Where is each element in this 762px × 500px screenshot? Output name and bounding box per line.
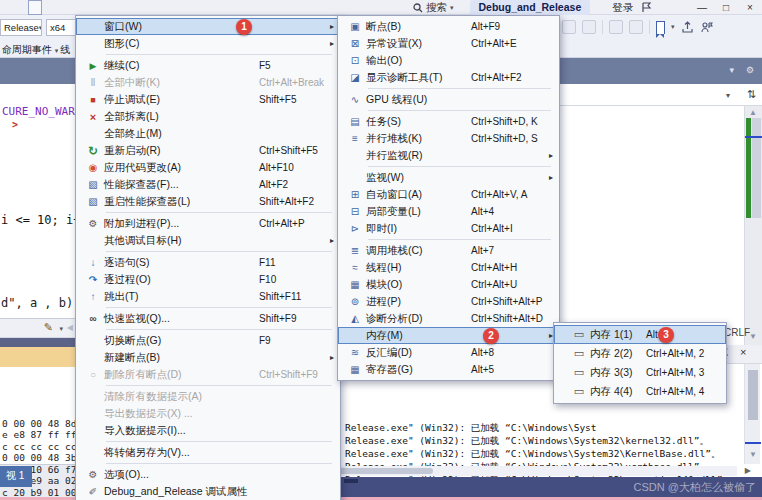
scroll-left-icon[interactable]: ◀ [67, 323, 73, 332]
menu-item[interactable]: ⊳ 即时(I) Ctrl+Alt+I [338, 220, 559, 237]
menu-item[interactable]: ◉ 应用代码更改(A) Alt+F10 [76, 159, 340, 176]
menu-item[interactable]: ‖ 全部中断(K) Ctrl+Alt+Break [76, 74, 340, 91]
menu-item[interactable]: ≡ 并行堆栈(K) Ctrl+Shift+D, S [338, 130, 559, 147]
menu-item[interactable]: ■ 停止调试(E) Shift+F5 [76, 91, 340, 108]
search-control[interactable]: 搜索 ▾ [413, 1, 454, 15]
menubar-item[interactable] [0, 0, 14, 15]
menubar-item[interactable] [28, 0, 42, 15]
edit-pen-icon[interactable]: ✎ [44, 321, 53, 334]
configuration-dropdown[interactable]: Release▾ [0, 19, 42, 36]
scroll-down-icon[interactable]: ▼ [749, 332, 757, 341]
scrollbar-thumb[interactable] [752, 118, 761, 218]
menu-item[interactable]: ▤ 任务(S) Ctrl+Shift+D, K [338, 113, 559, 130]
menu-item[interactable]: ⚙ 附加到进程(P)... Ctrl+Alt+P [76, 215, 340, 232]
menu-item[interactable]: 导出数据提示(X) ... [76, 405, 340, 422]
split-window-icon[interactable]: ⇅ [747, 88, 756, 101]
feedback-icon[interactable] [641, 2, 652, 13]
chevron-down-icon[interactable]: ▾ [726, 91, 730, 100]
menu-item[interactable]: ⊡ 输出(O) [338, 52, 559, 69]
menu-item[interactable]: ▭ 内存 1(1) Alt+6 3 [554, 325, 726, 344]
menu-item[interactable]: ▭ 内存 4(4) Ctrl+Alt+M, 4 [554, 382, 726, 401]
gear-icon[interactable]: ⚙ [746, 65, 754, 75]
share-icon[interactable] [681, 21, 694, 34]
menu-item[interactable]: ⊟ 局部变量(L) Alt+4 [338, 203, 559, 220]
menu-item[interactable]: ≋ 反汇编(D) Alt+8 [338, 344, 559, 361]
menu-item[interactable]: ▭ 内存 2(2) Ctrl+Alt+M, 2 [554, 344, 726, 363]
chevron-down-icon[interactable]: ▾ [59, 325, 63, 333]
menu-item[interactable]: ≣ 调用堆栈(C) Alt+7 [338, 242, 559, 259]
editor-vertical-scrollbar[interactable]: ▲ ▼ [744, 106, 762, 345]
menu-item[interactable]: ↓ 逐语句(S) F11 [76, 254, 340, 271]
menu-item[interactable]: 将转储另存为(V)... [76, 444, 340, 461]
menubar-item[interactable] [112, 0, 126, 15]
close-icon[interactable]: × [740, 346, 746, 358]
menu-item[interactable]: ⊠ 异常设置(X) Ctrl+Alt+E [338, 35, 559, 52]
scroll-right-icon[interactable]: ▶ [745, 466, 751, 475]
menu-item[interactable]: 切换断点(G) F9 [76, 332, 340, 349]
menu-item[interactable]: ⊚ 进程(P) Ctrl+Shift+Alt+P [338, 293, 559, 310]
menu-item[interactable]: ≈ 线程(H) Ctrl+Alt+H [338, 259, 559, 276]
menu-item[interactable]: ⊞ 自动窗口(A) Ctrl+Alt+V, A [338, 186, 559, 203]
menu-item[interactable]: ∿ GPU 线程(U) [338, 91, 559, 108]
bookmark-icon[interactable] [656, 21, 665, 34]
output-vertical-scrollbar[interactable]: ▼ [744, 364, 760, 464]
menu-item[interactable]: 监视(W) ▸ [338, 169, 559, 186]
menu-item[interactable]: ▣ 断点(B) Alt+F9 [338, 18, 559, 35]
menu-item[interactable]: ⚙ 选项(O)... [76, 466, 340, 483]
change-tracking-strip [746, 118, 751, 218]
menubar-item[interactable] [14, 0, 28, 15]
restart-icon: ↻ [82, 144, 104, 158]
menu-item[interactable]: ◪ 显示诊断工具(T) Ctrl+Alt+F2 [338, 69, 559, 86]
close-button[interactable]: × [738, 0, 762, 15]
comment-icon[interactable] [609, 20, 623, 34]
navigate-forward-icon[interactable] [582, 20, 596, 34]
lifecycle-events-dropdown[interactable]: 命周期事件 ▾ 线 [2, 43, 70, 57]
chevron-down-icon[interactable]: ▾ [671, 23, 675, 31]
menu-item[interactable]: ✐ Debug_and_Release 调试属性 [76, 483, 340, 500]
menu-item[interactable]: ▦ 寄存器(G) Alt+5 [338, 361, 559, 378]
menu-item[interactable]: ▭ 内存 3(3) Ctrl+Alt+M, 3 [554, 363, 726, 382]
menu-item[interactable]: × 全部拆离(L) [76, 108, 340, 125]
menu-item[interactable]: 全部终止(M) [76, 125, 340, 142]
uncomment-icon[interactable] [629, 20, 643, 34]
menubar-item[interactable] [42, 0, 56, 15]
scroll-down-icon[interactable]: ▼ [749, 450, 757, 459]
menubar-item[interactable] [98, 0, 112, 15]
menu-item[interactable]: ▧ 性能探查器(F)... Alt+F2 [76, 176, 340, 193]
menu-item-label: 停止调试(E) [104, 93, 160, 107]
scroll-up-icon[interactable]: ▲ [749, 108, 757, 117]
sign-in-link[interactable]: 登录 [612, 1, 633, 15]
menu-item[interactable]: 内存(M) ▸ 2 [338, 327, 559, 344]
scrollbar-thumb[interactable] [748, 370, 758, 420]
menu-item[interactable]: ▶ 继续(C) F5 [76, 57, 340, 74]
chevron-down-icon[interactable]: ▾ [729, 65, 734, 75]
menu-item[interactable]: ○ 删除所有断点(D) Ctrl+Shift+F9 [76, 366, 340, 383]
minimize-button[interactable]: — [690, 0, 714, 15]
menu-item[interactable]: 导入数据提示(I)... [76, 422, 340, 439]
menu-item[interactable]: ↻ 重新启动(R) Ctrl+Shift+F5 [76, 142, 340, 159]
menubar-item[interactable] [70, 0, 84, 15]
menu-item[interactable]: ↷ 逐过程(O) F10 [76, 271, 340, 288]
menubar-item[interactable] [56, 0, 70, 15]
memory-chip-icon: ▭ [568, 366, 590, 379]
menu-item[interactable]: ▧ 重启性能探查器(L) Shift+Alt+F2 [76, 193, 340, 210]
menu-item[interactable]: ↑ 跳出(T) Shift+F11 [76, 288, 340, 305]
watch-tab[interactable]: 视 1 [0, 466, 32, 487]
panel-tab[interactable] [344, 479, 358, 483]
menu-item[interactable]: 新建断点(B) ▸ [76, 349, 340, 366]
menu-item[interactable]: 其他调试目标(H) ▸ [76, 232, 340, 249]
menu-item[interactable]: 并行监视(R) ▸ [338, 147, 559, 164]
menu-item[interactable]: 清除所有数据提示(A) [76, 388, 340, 405]
menu-item-shortcut: Shift+F5 [259, 94, 297, 105]
menu-item[interactable]: ∞ 快速监视(Q)... Shift+F9 [76, 310, 340, 327]
menubar-item[interactable] [84, 0, 98, 15]
maximize-button[interactable]: □ [714, 0, 738, 15]
line-ending-indicator[interactable]: CRLF [724, 327, 750, 338]
menu-item[interactable]: ◭ 诊断分析(D) Ctrl+Shift+Alt+D [338, 310, 559, 327]
menu-item[interactable]: 窗口(W) ▸ 1 [76, 18, 340, 35]
memory-hex-view[interactable]: 0 00 00 48 8de e8 87 ff ffc cc cc cc cc0… [0, 383, 75, 464]
navigate-back-icon[interactable] [562, 20, 576, 34]
menu-item[interactable]: ▦ 模块(O) Ctrl+Alt+U [338, 276, 559, 293]
menu-item[interactable]: 图形(C) ▸ [76, 35, 340, 52]
send-feedback-icon[interactable] [700, 21, 713, 34]
